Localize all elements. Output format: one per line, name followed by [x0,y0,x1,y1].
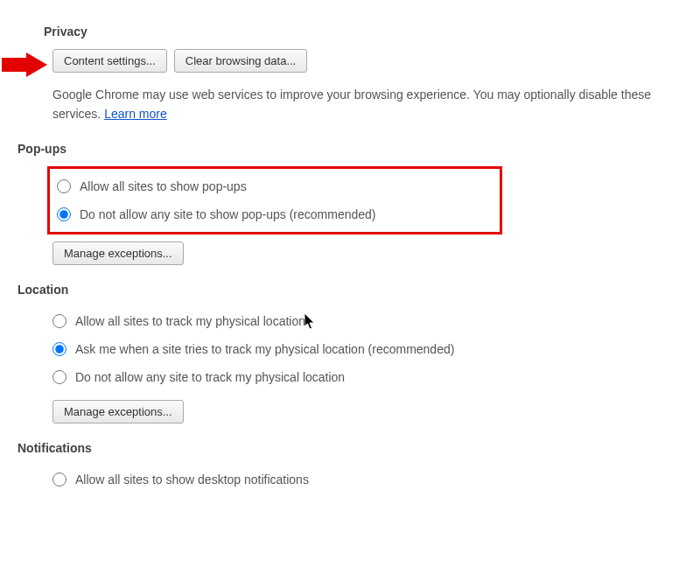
popups-radio-allow[interactable] [57,179,71,193]
popups-highlight-box: Allow all sites to show pop-ups Do not a… [47,166,502,234]
mouse-cursor-icon [304,313,317,331]
location-option-ask[interactable]: Ask me when a site tries to track my phy… [52,335,674,363]
location-option-allow[interactable]: Allow all sites to track my physical loc… [52,307,674,335]
popups-radio-block[interactable] [57,207,71,221]
location-radio-allow[interactable] [52,314,66,328]
location-label-ask: Ask me when a site tries to track my phy… [75,342,454,356]
popups-manage-exceptions-button[interactable]: Manage exceptions... [52,242,184,265]
location-option-block[interactable]: Do not allow any site to track my physic… [52,363,674,391]
popups-title: Pop-ups [18,142,674,156]
popups-section: Pop-ups Allow all sites to show pop-ups … [26,142,674,265]
privacy-section: Privacy Content settings... Clear browsi… [26,24,674,124]
location-options: Allow all sites to track my physical loc… [52,307,674,391]
popups-label-allow: Allow all sites to show pop-ups [80,179,247,193]
content-settings-button[interactable]: Content settings... [52,49,167,73]
location-radio-block[interactable] [52,370,66,384]
location-section: Location Allow all sites to track my phy… [26,283,674,424]
notifications-section: Notifications Allow all sites to show de… [26,441,674,494]
notifications-label-allow: Allow all sites to show desktop notifica… [75,472,309,486]
popups-option-allow[interactable]: Allow all sites to show pop-ups [53,172,493,200]
location-manage-exceptions-button[interactable]: Manage exceptions... [52,400,184,424]
notifications-options: Allow all sites to show desktop notifica… [52,466,674,494]
svg-marker-0 [2,52,47,77]
notifications-title: Notifications [18,441,674,455]
location-label-allow: Allow all sites to track my physical loc… [75,314,305,328]
popups-option-block[interactable]: Do not allow any site to show pop-ups (r… [53,200,493,228]
popups-label-block: Do not allow any site to show pop-ups (r… [80,207,376,221]
privacy-title: Privacy [44,24,674,38]
clear-browsing-data-button[interactable]: Clear browsing data... [174,49,307,73]
notifications-radio-allow[interactable] [52,472,66,486]
location-label-block: Do not allow any site to track my physic… [75,370,345,384]
location-radio-ask[interactable] [52,342,66,356]
privacy-button-row: Content settings... Clear browsing data.… [52,49,674,73]
notifications-option-allow[interactable]: Allow all sites to show desktop notifica… [52,466,674,494]
privacy-description: Google Chrome may use web services to im… [52,85,674,124]
location-title: Location [18,283,674,297]
learn-more-link[interactable]: Learn more [104,107,167,121]
